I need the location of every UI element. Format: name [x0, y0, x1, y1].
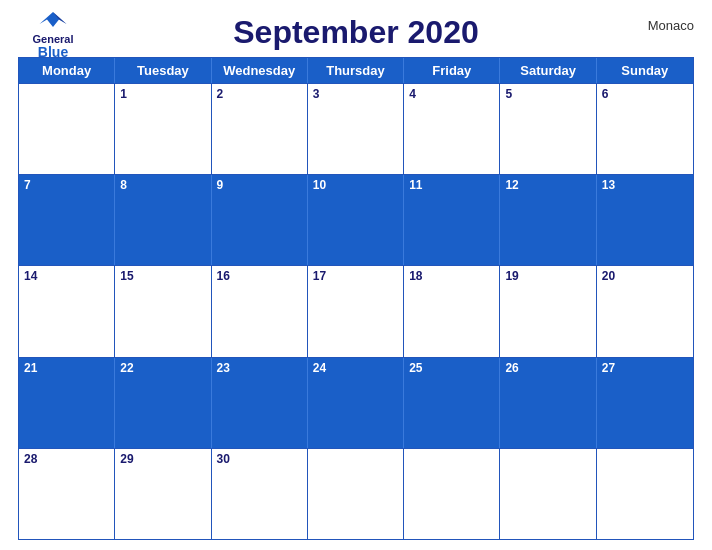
cal-cell-3-5: 26 [500, 358, 596, 448]
calendar-header: General Blue September 2020 Monaco [18, 10, 694, 53]
calendar-week-0: 123456 [19, 83, 693, 174]
date-number: 2 [217, 87, 302, 101]
cal-cell-1-0: 7 [19, 175, 115, 265]
day-name-saturday: Saturday [500, 58, 596, 83]
date-number: 30 [217, 452, 302, 466]
cal-cell-0-5: 5 [500, 84, 596, 174]
calendar-weeks: 1234567891011121314151617181920212223242… [19, 83, 693, 539]
cal-cell-1-2: 9 [212, 175, 308, 265]
day-name-monday: Monday [19, 58, 115, 83]
date-number: 16 [217, 269, 302, 283]
logo-area: General Blue [18, 10, 88, 60]
date-number: 3 [313, 87, 398, 101]
date-number: 26 [505, 361, 590, 375]
date-number: 19 [505, 269, 590, 283]
cal-cell-1-1: 8 [115, 175, 211, 265]
cal-cell-2-3: 17 [308, 266, 404, 356]
cal-cell-3-1: 22 [115, 358, 211, 448]
date-number: 18 [409, 269, 494, 283]
day-name-tuesday: Tuesday [115, 58, 211, 83]
cal-cell-4-2: 30 [212, 449, 308, 539]
date-number: 13 [602, 178, 688, 192]
date-number: 15 [120, 269, 205, 283]
date-number: 17 [313, 269, 398, 283]
cal-cell-1-5: 12 [500, 175, 596, 265]
date-number: 12 [505, 178, 590, 192]
date-number: 11 [409, 178, 494, 192]
calendar-week-1: 78910111213 [19, 174, 693, 265]
date-number: 22 [120, 361, 205, 375]
cal-cell-0-0 [19, 84, 115, 174]
cal-cell-0-6: 6 [597, 84, 693, 174]
day-name-friday: Friday [404, 58, 500, 83]
cal-cell-1-4: 11 [404, 175, 500, 265]
cal-cell-4-3 [308, 449, 404, 539]
day-name-sunday: Sunday [597, 58, 693, 83]
days-header: MondayTuesdayWednesdayThursdayFridaySatu… [19, 58, 693, 83]
calendar-week-4: 282930 [19, 448, 693, 539]
cal-cell-3-0: 21 [19, 358, 115, 448]
date-number: 14 [24, 269, 109, 283]
cal-cell-2-4: 18 [404, 266, 500, 356]
cal-cell-3-6: 27 [597, 358, 693, 448]
logo-bird-icon [38, 10, 68, 32]
date-number: 29 [120, 452, 205, 466]
date-number: 7 [24, 178, 109, 192]
date-number: 25 [409, 361, 494, 375]
cal-cell-3-2: 23 [212, 358, 308, 448]
cal-cell-4-1: 29 [115, 449, 211, 539]
day-name-thursday: Thursday [308, 58, 404, 83]
cal-cell-2-6: 20 [597, 266, 693, 356]
svg-marker-0 [40, 12, 67, 27]
date-number: 4 [409, 87, 494, 101]
date-number: 28 [24, 452, 109, 466]
day-name-wednesday: Wednesday [212, 58, 308, 83]
date-number: 1 [120, 87, 205, 101]
cal-cell-3-3: 24 [308, 358, 404, 448]
cal-cell-2-5: 19 [500, 266, 596, 356]
date-number: 9 [217, 178, 302, 192]
calendar-grid: MondayTuesdayWednesdayThursdayFridaySatu… [18, 57, 694, 540]
logo-blue-text: Blue [38, 45, 68, 60]
cal-cell-0-4: 4 [404, 84, 500, 174]
calendar-week-3: 21222324252627 [19, 357, 693, 448]
cal-cell-2-2: 16 [212, 266, 308, 356]
calendar-title: September 2020 [18, 14, 694, 51]
country-label: Monaco [648, 18, 694, 33]
cal-cell-0-3: 3 [308, 84, 404, 174]
cal-cell-4-5 [500, 449, 596, 539]
cal-cell-0-2: 2 [212, 84, 308, 174]
cal-cell-1-6: 13 [597, 175, 693, 265]
date-number: 27 [602, 361, 688, 375]
cal-cell-4-4 [404, 449, 500, 539]
date-number: 20 [602, 269, 688, 283]
cal-cell-3-4: 25 [404, 358, 500, 448]
date-number: 8 [120, 178, 205, 192]
calendar-week-2: 14151617181920 [19, 265, 693, 356]
date-number: 5 [505, 87, 590, 101]
date-number: 21 [24, 361, 109, 375]
cal-cell-0-1: 1 [115, 84, 211, 174]
cal-cell-2-0: 14 [19, 266, 115, 356]
date-number: 24 [313, 361, 398, 375]
date-number: 6 [602, 87, 688, 101]
cal-cell-1-3: 10 [308, 175, 404, 265]
date-number: 23 [217, 361, 302, 375]
cal-cell-4-0: 28 [19, 449, 115, 539]
cal-cell-2-1: 15 [115, 266, 211, 356]
calendar-wrapper: General Blue September 2020 Monaco Monda… [0, 0, 712, 550]
cal-cell-4-6 [597, 449, 693, 539]
date-number: 10 [313, 178, 398, 192]
